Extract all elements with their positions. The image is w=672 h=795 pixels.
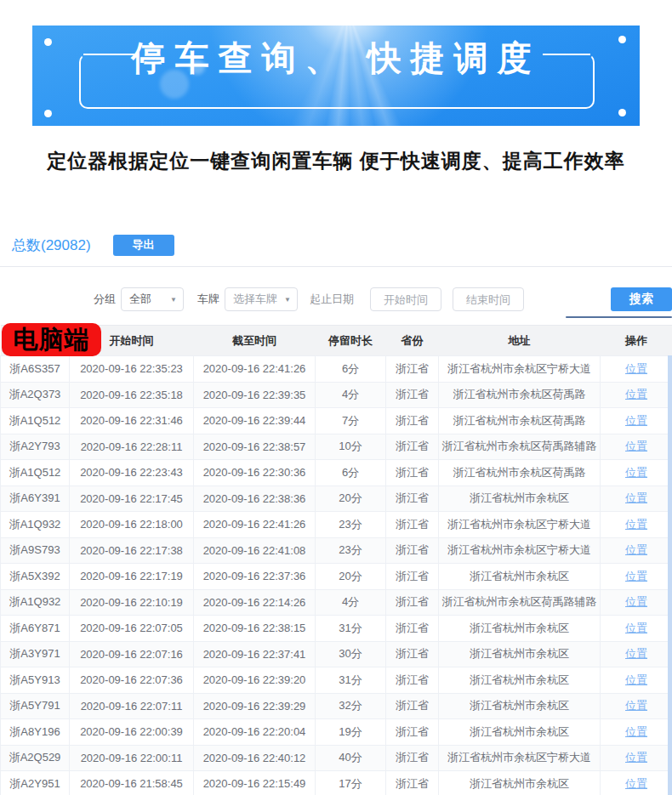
location-link[interactable]: 位置 xyxy=(625,388,647,400)
table-row: 浙A9S7932020-09-16 22:17:382020-09-16 22:… xyxy=(1,537,672,564)
cell-address: 浙江省杭州市余杭区 xyxy=(439,667,601,694)
page-subtitle: 定位器根据定位一键查询闲置车辆 便于快速调度、提高工作效率 xyxy=(0,148,672,174)
group-select-value: 全部 xyxy=(129,292,151,307)
cell-plate: 浙A5Y791 xyxy=(1,693,70,719)
cell-plate: 浙A5X392 xyxy=(1,564,70,590)
cell-plate: 浙A6S357 xyxy=(1,356,70,383)
cell-duration: 31分 xyxy=(316,667,386,694)
cell-province: 浙江省 xyxy=(386,564,439,590)
cell-end: 2020-09-16 22:40:12 xyxy=(194,745,316,771)
cell-start: 2020-09-16 22:35:18 xyxy=(70,382,194,408)
cell-start: 2020-09-16 22:23:43 xyxy=(70,460,194,486)
location-link[interactable]: 位置 xyxy=(625,362,647,375)
plate-select[interactable]: 选择车牌 ▼ xyxy=(225,287,298,311)
location-link[interactable]: 位置 xyxy=(625,466,647,479)
location-link[interactable]: 位置 xyxy=(625,725,647,738)
group-select[interactable]: 全部 ▼ xyxy=(121,287,184,311)
table-row: 浙A1Q5122020-09-16 22:31:462020-09-16 22:… xyxy=(1,408,672,434)
table-row: 浙A6S3572020-09-16 22:35:232020-09-16 22:… xyxy=(1,356,672,383)
cell-action: 位置 xyxy=(601,512,672,538)
cell-plate: 浙A2Y793 xyxy=(1,434,70,460)
cell-duration: 4分 xyxy=(316,382,386,408)
cell-duration: 40分 xyxy=(316,745,386,771)
cell-end: 2020-09-16 22:38:36 xyxy=(194,486,316,512)
cell-plate: 浙A1Q512 xyxy=(1,460,70,486)
cell-address: 浙江省杭州市余杭区荷禹路辅路 xyxy=(439,589,601,616)
date-range-label: 起止日期 xyxy=(310,292,354,307)
cell-start: 2020-09-16 22:07:05 xyxy=(70,616,194,642)
horizontal-scrollbar-thumb[interactable] xyxy=(566,316,672,318)
location-link[interactable]: 位置 xyxy=(625,777,647,790)
location-link[interactable]: 位置 xyxy=(625,647,647,660)
cell-duration: 31分 xyxy=(316,616,386,642)
cell-plate: 浙A3Y971 xyxy=(1,641,70,667)
header-end-time: 截至时间 xyxy=(194,326,316,356)
location-link[interactable]: 位置 xyxy=(625,673,647,686)
cell-start: 2020-09-16 22:07:11 xyxy=(70,693,194,719)
start-time-input[interactable] xyxy=(370,287,441,311)
end-time-input[interactable] xyxy=(453,287,524,311)
cell-action: 位置 xyxy=(601,719,672,746)
export-button[interactable]: 导出 xyxy=(113,235,174,256)
cell-province: 浙江省 xyxy=(386,408,439,434)
search-button[interactable]: 搜索 xyxy=(611,287,672,311)
cell-start: 2020-09-16 22:31:46 xyxy=(70,408,194,434)
cell-plate: 浙A9S793 xyxy=(1,537,70,564)
cell-duration: 20分 xyxy=(316,486,386,512)
location-link[interactable]: 位置 xyxy=(625,570,647,582)
location-link[interactable]: 位置 xyxy=(625,414,647,427)
cell-start: 2020-09-16 21:58:45 xyxy=(70,771,194,795)
cell-action: 位置 xyxy=(601,616,672,642)
cell-start: 2020-09-16 22:28:11 xyxy=(70,434,194,460)
cell-end: 2020-09-16 22:39:35 xyxy=(194,382,316,408)
cell-end: 2020-09-16 22:39:29 xyxy=(194,693,316,719)
plate-label: 车牌 xyxy=(197,292,219,307)
cell-plate: 浙A1Q932 xyxy=(1,512,70,538)
table-row: 浙A2Y7932020-09-16 22:28:112020-09-16 22:… xyxy=(1,434,672,460)
cell-plate: 浙A6Y871 xyxy=(1,616,70,642)
table-row: 浙A1Q9322020-09-16 22:10:192020-09-16 22:… xyxy=(1,589,672,616)
location-link[interactable]: 位置 xyxy=(625,595,647,608)
location-link[interactable]: 位置 xyxy=(625,491,647,504)
cell-province: 浙江省 xyxy=(386,434,439,460)
table-row: 浙A2Q5292020-09-16 22:00:112020-09-16 22:… xyxy=(1,745,672,771)
cell-duration: 32分 xyxy=(316,693,386,719)
cell-province: 浙江省 xyxy=(386,589,439,616)
cell-start: 2020-09-16 22:18:00 xyxy=(70,512,194,538)
cell-duration: 7分 xyxy=(316,408,386,434)
cell-duration: 4分 xyxy=(316,589,386,616)
cell-address: 浙江省杭州市余杭区 xyxy=(439,616,601,642)
location-link[interactable]: 位置 xyxy=(625,622,647,634)
cell-end: 2020-09-16 22:39:20 xyxy=(194,667,316,694)
cell-end: 2020-09-16 22:38:15 xyxy=(194,616,316,642)
table-row: 浙A5Y9132020-09-16 22:07:362020-09-16 22:… xyxy=(1,667,672,694)
total-count-label: 总数(29082) xyxy=(12,236,91,255)
cell-address: 浙江省杭州市余杭区 xyxy=(439,693,601,719)
cell-action: 位置 xyxy=(601,693,672,719)
pc-version-badge: 电脑端 xyxy=(2,323,101,356)
cell-action: 位置 xyxy=(601,641,672,667)
location-link[interactable]: 位置 xyxy=(625,543,647,556)
cell-end: 2020-09-16 22:41:26 xyxy=(194,356,316,383)
header-action: 操作 xyxy=(601,326,672,356)
location-link[interactable]: 位置 xyxy=(625,440,647,452)
corner-dot xyxy=(44,110,52,117)
cell-end: 2020-09-16 22:14:26 xyxy=(194,589,316,616)
table-row: 浙A6Y8712020-09-16 22:07:052020-09-16 22:… xyxy=(1,616,672,642)
cell-end: 2020-09-16 22:37:41 xyxy=(194,641,316,667)
cell-action: 位置 xyxy=(601,589,672,616)
location-link[interactable]: 位置 xyxy=(625,751,647,764)
cell-address: 浙江省杭州市余杭区荷禹路辅路 xyxy=(439,434,601,460)
location-link[interactable]: 位置 xyxy=(625,518,647,531)
cell-province: 浙江省 xyxy=(386,460,439,486)
cell-end: 2020-09-16 22:20:04 xyxy=(194,719,316,746)
cell-action: 位置 xyxy=(601,771,672,795)
cell-address: 浙江省杭州市余杭区宁桥大道 xyxy=(439,512,601,538)
cell-action: 位置 xyxy=(601,745,672,771)
location-link[interactable]: 位置 xyxy=(625,699,647,712)
table-row: 浙A1Q9322020-09-16 22:18:002020-09-16 22:… xyxy=(1,512,672,538)
cell-duration: 19分 xyxy=(316,719,386,746)
cell-duration: 30分 xyxy=(316,641,386,667)
vertical-scrollbar[interactable] xyxy=(668,355,672,795)
cell-province: 浙江省 xyxy=(386,641,439,667)
